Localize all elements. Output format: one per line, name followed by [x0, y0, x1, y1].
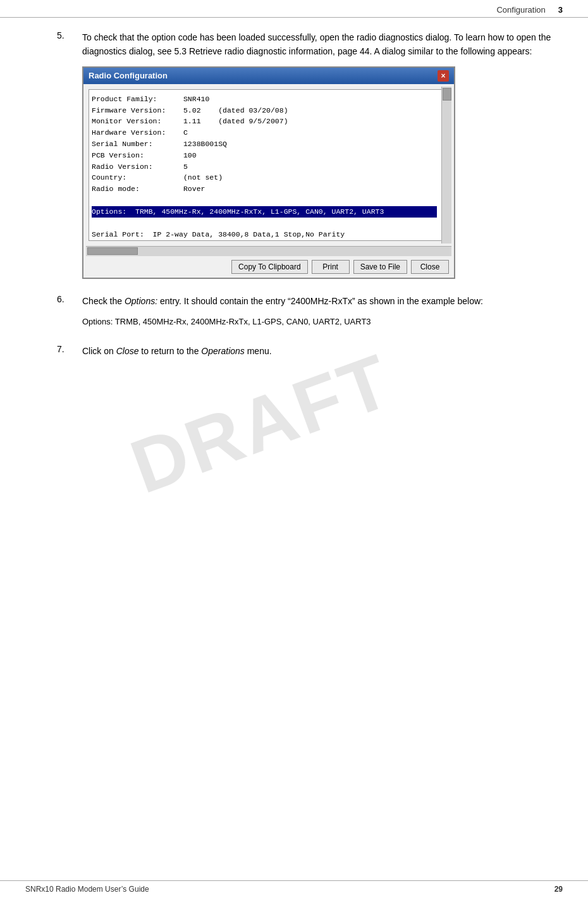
step-6-italic-label: Options:: [125, 296, 157, 306]
footer-title: SNRx10 Radio Modem User’s Guide: [25, 885, 149, 894]
hscroll-thumb[interactable]: [87, 247, 138, 255]
step-5-text: To check that the option code has been l…: [82, 30, 553, 59]
save-btn-label: Save to File: [360, 262, 400, 271]
step-7-text: Click on Close to return to the Operatio…: [82, 344, 553, 358]
footer-page-number: 29: [554, 885, 563, 894]
step-7-text-middle: to return to the: [138, 346, 201, 356]
step-7-number: 7.: [57, 344, 82, 366]
dialog-content-area: Product Family: SNR410Firmware Version: …: [89, 89, 449, 241]
save-to-file-button[interactable]: Save to File: [353, 260, 407, 274]
copy-to-clipboard-button[interactable]: Copy To Clipboard: [231, 260, 308, 274]
step-5: 5. To check that the option code has bee…: [57, 30, 553, 279]
step-7-body: Click on Close to return to the Operatio…: [82, 344, 553, 366]
dialog-titlebar[interactable]: Radio Configuration ×: [83, 68, 454, 84]
step-5-body: To check that the option code has been l…: [82, 30, 553, 279]
step-6-text-after: entry. It should contain the entry “2400…: [157, 296, 483, 306]
dialog-hscroll[interactable]: [86, 246, 451, 256]
step-6-number: 6.: [57, 294, 82, 329]
step-7-italic-operations: Operations: [201, 346, 244, 356]
page-footer: SNRx10 Radio Modem User’s Guide 29: [0, 880, 588, 894]
radio-config-dialog: Radio Configuration × Product Family: SN…: [82, 66, 455, 279]
header-title: Configuration: [496, 5, 545, 15]
scrollbar-thumb[interactable]: [443, 88, 451, 101]
dialog-button-row: Copy To Clipboard Print Save to File Clo…: [83, 256, 454, 278]
dialog-close-x-button[interactable]: ×: [438, 70, 449, 82]
page-header: Configuration 3: [0, 0, 588, 18]
step-5-number: 5.: [57, 30, 82, 279]
dialog-title: Radio Configuration: [89, 71, 168, 80]
options-label: Options:: [82, 317, 113, 326]
options-value: TRMB, 450MHz-Rx, 2400MHz-RxTx, L1-GPS, C…: [113, 317, 371, 326]
step-6: 6. Check the Options: entry. It should c…: [57, 294, 553, 329]
step-6-body: Check the Options: entry. It should cont…: [82, 294, 553, 329]
close-button[interactable]: Close: [411, 260, 449, 274]
dialog-lines: Product Family: SNR410Firmware Version: …: [92, 94, 437, 241]
step-7-italic-close: Close: [116, 346, 139, 356]
print-button[interactable]: Print: [312, 260, 350, 274]
step-6-text-before: Check the: [82, 296, 125, 306]
dialog-scrollbar[interactable]: [441, 87, 451, 243]
step-7: 7. Click on Close to return to the Opera…: [57, 344, 553, 366]
step-6-options: Options: TRMB, 450MHz-Rx, 2400MHz-RxTx, …: [82, 316, 553, 329]
header-page-number: 3: [558, 5, 563, 15]
step-7-text-before: Click on: [82, 346, 116, 356]
step-7-text-after: menu.: [245, 346, 272, 356]
step-6-text: Check the Options: entry. It should cont…: [82, 294, 553, 308]
page-content: 5. To check that the option code has bee…: [0, 24, 588, 406]
